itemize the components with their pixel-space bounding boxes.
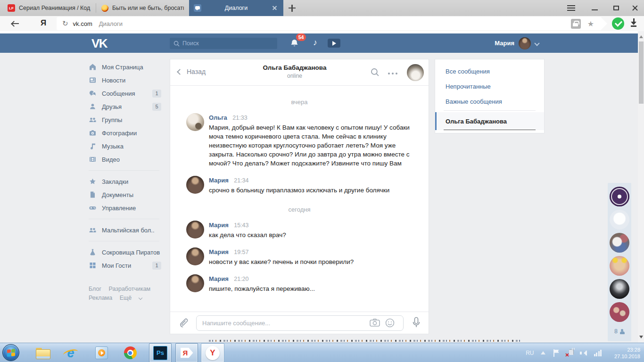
download-icon[interactable] xyxy=(630,18,637,28)
window-maximize-button[interactable] xyxy=(606,0,626,16)
window-close-button[interactable] xyxy=(625,0,644,16)
smiley-icon[interactable] xyxy=(385,318,395,329)
sidebar-item-bookmarks[interactable]: Закладки xyxy=(89,175,165,188)
footer-link-ads[interactable]: Реклама xyxy=(89,295,112,301)
rail-avatar-group[interactable] xyxy=(610,302,629,322)
bookmark-star-icon[interactable]: ★ xyxy=(587,19,594,28)
footer-link-more[interactable]: Ещё xyxy=(120,295,148,301)
sidebar-item-video[interactable]: Видео xyxy=(89,153,165,166)
start-button[interactable] xyxy=(2,344,19,361)
online-count[interactable]: 8 xyxy=(614,328,625,335)
language-indicator[interactable]: RU xyxy=(526,350,534,356)
sidebar-item-community[interactable]: Мальтийская бол.. xyxy=(89,223,165,237)
clock[interactable]: 23:28 27.10.2018 xyxy=(607,346,640,360)
footer-link-developers[interactable]: Разработчикам xyxy=(109,286,151,292)
show-hidden-icons-icon[interactable] xyxy=(541,349,545,354)
filter-all-messages[interactable]: Все сообщения xyxy=(435,64,544,79)
refresh-icon[interactable]: ↻ xyxy=(62,19,68,28)
scroll-up-arrow-icon[interactable] xyxy=(639,33,643,38)
sidebar-item-documents[interactable]: Документы xyxy=(89,188,165,201)
page-scrollbar[interactable] xyxy=(638,31,644,343)
browser-tab-1[interactable]: LF Сериал Реанимация / Код xyxy=(3,0,95,16)
taskbar-yandex-app[interactable]: Я xyxy=(175,343,198,362)
avatar[interactable] xyxy=(186,247,204,265)
message-list[interactable]: вчера Ольга 21:33 Мария, добрый вечер! К… xyxy=(170,86,429,312)
sidebar-item-messages[interactable]: Сообщения 1 xyxy=(89,87,165,100)
message-author[interactable]: Мария xyxy=(209,248,229,255)
action-center-flag-icon[interactable] xyxy=(553,349,560,357)
footer-link-blog[interactable]: Блог xyxy=(89,286,101,292)
lock-icon[interactable] xyxy=(571,19,581,29)
header-user-menu[interactable]: Мария xyxy=(495,33,539,53)
sidebar-item-my-page[interactable]: Моя Страница xyxy=(89,60,165,74)
camera-icon[interactable] xyxy=(370,318,380,329)
scrollbar-thumb[interactable] xyxy=(639,41,644,104)
sidebar-item-groups[interactable]: Группы xyxy=(89,113,165,126)
address-bar[interactable]: ↻ vk.com Диалоги ★ xyxy=(57,17,607,30)
vk-search-box[interactable] xyxy=(170,38,277,49)
more-options-icon[interactable] xyxy=(388,72,400,75)
taskbar-photoshop[interactable]: Ps xyxy=(149,343,172,362)
rail-avatar-community[interactable] xyxy=(610,187,629,206)
taskbar-explorer[interactable] xyxy=(32,343,53,362)
vk-logo[interactable]: VK xyxy=(91,36,107,51)
sidebar-item-game-pirates[interactable]: Сокровища Пиратов xyxy=(89,246,165,259)
sidebar-item-music[interactable]: Музыка xyxy=(89,140,165,153)
browser-tab-2[interactable]: Быть или не быть, бросать xyxy=(97,0,189,16)
chat-search-icon[interactable] xyxy=(371,68,380,79)
message-author[interactable]: Мария xyxy=(209,177,229,184)
avatar[interactable] xyxy=(186,274,204,292)
message-author[interactable]: Мария xyxy=(209,275,229,282)
rail-avatar-woman[interactable] xyxy=(610,256,629,276)
sidebar-item-news[interactable]: Новости xyxy=(89,74,165,87)
vk-search-input[interactable] xyxy=(182,40,263,47)
video-play-icon[interactable] xyxy=(328,39,340,48)
back-icon[interactable] xyxy=(9,17,22,30)
message-author[interactable]: Мария xyxy=(209,222,229,229)
chat-back-button[interactable]: Назад xyxy=(178,68,206,75)
selected-dialog-item[interactable]: Ольга Бабаджанова xyxy=(435,112,544,130)
yandex-logo[interactable]: Я xyxy=(41,18,46,28)
attach-paperclip-icon[interactable] xyxy=(179,317,190,330)
url-page-title: Диалоги xyxy=(99,20,123,27)
message-row: Мария 19:57 новости у вас какие? печень … xyxy=(170,247,429,266)
music-icon[interactable]: ♪ xyxy=(313,38,317,48)
protect-check-icon[interactable] xyxy=(612,17,624,30)
notifications-count-badge[interactable]: 54 xyxy=(296,33,306,41)
rail-avatar-dog-photo[interactable] xyxy=(610,233,629,253)
filter-important[interactable]: Важные сообщения xyxy=(435,94,544,109)
sidebar-item-photos[interactable]: Фотографии xyxy=(89,126,165,140)
sidebar-item-my-guests[interactable]: Мои Гости 1 xyxy=(89,259,165,272)
filter-unread[interactable]: Непрочитанные xyxy=(435,79,544,94)
new-tab-button[interactable] xyxy=(288,4,297,13)
window-minimize-button[interactable] xyxy=(585,0,604,16)
chat-title[interactable]: Ольга Бабаджанова xyxy=(227,64,363,71)
message-author[interactable]: Ольга xyxy=(209,114,227,121)
tab-close-icon[interactable] xyxy=(271,4,279,12)
microphone-icon[interactable] xyxy=(412,317,421,331)
avatar[interactable] xyxy=(186,113,204,131)
scroll-down-arrow-icon[interactable] xyxy=(639,336,643,340)
yandex-icon: Я xyxy=(181,346,193,359)
chat-peer-avatar[interactable] xyxy=(407,64,424,81)
network-disconnected-icon[interactable] xyxy=(566,349,574,357)
sidebar-item-friends[interactable]: Друзья 5 xyxy=(89,100,165,113)
taskbar-yandex-browser[interactable]: Y xyxy=(201,343,224,362)
taskbar-internet-explorer[interactable]: e xyxy=(60,343,81,362)
folder-icon xyxy=(36,348,50,358)
signal-bars-icon[interactable] xyxy=(594,350,602,356)
taskbar-chrome[interactable] xyxy=(120,343,140,362)
taskbar-media-player[interactable] xyxy=(91,343,112,362)
avatar[interactable] xyxy=(186,221,204,239)
person-icon xyxy=(620,329,625,334)
sidebar-label: Музыка xyxy=(102,143,124,150)
browser-tab-dialogs-active[interactable]: Диалоги xyxy=(189,0,283,16)
flame-favicon-icon xyxy=(101,5,108,12)
volume-icon[interactable] xyxy=(580,349,588,357)
sidebar-item-manage[interactable]: Управление xyxy=(89,201,165,214)
avatar[interactable] xyxy=(186,176,204,194)
rail-avatar-dark[interactable] xyxy=(610,279,629,299)
rail-avatar-dog-placeholder[interactable] xyxy=(610,210,629,230)
sidebar-label: Фотографии xyxy=(102,130,137,137)
browser-menu-icon[interactable] xyxy=(561,0,581,16)
